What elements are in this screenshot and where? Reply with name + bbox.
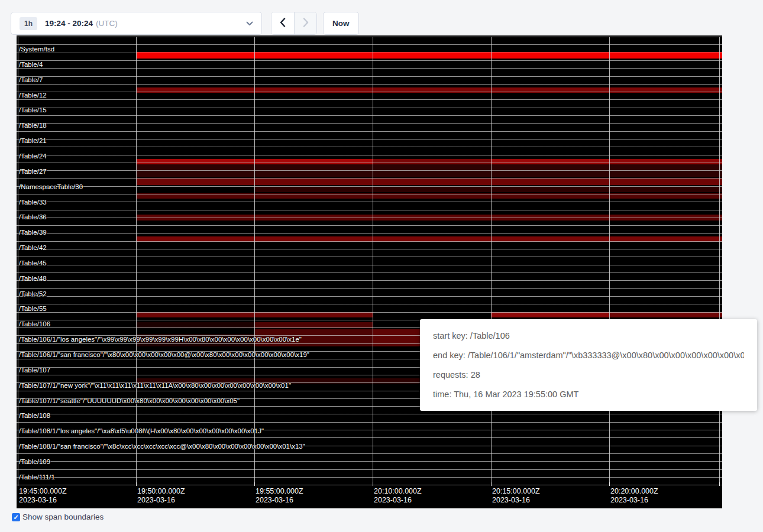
axis-tick <box>609 482 610 486</box>
row-label: /Table/12 <box>19 92 47 99</box>
tooltip-start-key: start key: /Table/106 <box>433 331 744 340</box>
heat-band <box>137 159 373 164</box>
row-label: /System/tsd <box>19 46 54 53</box>
row-label: /Table/39 <box>19 229 47 236</box>
prev-interval-button[interactable] <box>271 12 294 34</box>
axis-time-label: 19:55:00.000Z <box>256 487 303 496</box>
heat-band <box>137 52 722 59</box>
span-tooltip: start key: /Table/106 end key: /Table/10… <box>420 319 757 411</box>
key-visualizer[interactable]: /System/tsd/Table/4/Table/7/Table/12/Tab… <box>17 35 722 508</box>
heat-band <box>609 312 722 317</box>
heat-band <box>491 159 609 164</box>
row-label: /Table/36 <box>19 213 47 221</box>
next-interval-button[interactable] <box>294 12 316 34</box>
heat-band <box>137 236 722 242</box>
heat-band <box>137 87 722 93</box>
heat-band <box>254 334 373 346</box>
row-label: /Table/108/1/"los angeles"/"\xa8\xf5\u00… <box>19 427 264 435</box>
chevron-down-icon <box>246 21 253 26</box>
time-range-select[interactable]: 1h 19:24 - 20:24 (UTC) <box>11 12 262 35</box>
row-label: /Table/27 <box>19 168 47 176</box>
time-range-text: 19:24 - 20:24 <box>45 19 93 28</box>
span-boundary-lines <box>17 37 722 485</box>
row-label: /Table/4 <box>19 61 43 69</box>
heat-band <box>373 159 491 164</box>
row-label: /Table/107/1/"seattle"/"UUUUUUD\x00\x80\… <box>19 397 240 405</box>
heat-band <box>254 329 373 334</box>
heat-band <box>137 312 373 317</box>
axis-date-label: 2023-03-16 <box>492 496 530 505</box>
heat-band <box>137 179 722 185</box>
axis-tick <box>254 482 255 486</box>
time-gridline <box>609 37 610 485</box>
axis-tick <box>491 482 492 486</box>
row-label: /Table/55 <box>19 305 47 313</box>
heat-band <box>491 312 609 317</box>
axis-time-label: 20:20:00.000Z <box>610 487 658 496</box>
axis-time-label: 20:10:00.000Z <box>374 487 422 496</box>
row-label: /Table/111/1 <box>19 473 55 481</box>
time-gridline <box>373 37 373 485</box>
axis-tick <box>18 482 18 486</box>
axis-date-label: 2023-03-16 <box>256 496 293 505</box>
row-label: /Table/107 <box>19 366 50 374</box>
time-gridline <box>18 37 18 485</box>
tooltip-requests: requests: 28 <box>433 370 744 379</box>
duration-badge: 1h <box>20 17 37 30</box>
row-label: /Table/108/1/"san francisco"/"\x8c\xcc\x… <box>19 443 305 450</box>
row-label: /Table/21 <box>19 137 47 145</box>
time-gridline <box>254 37 255 485</box>
heat-band <box>137 215 722 220</box>
time-gridline <box>719 37 720 485</box>
now-button[interactable]: Now <box>323 12 359 35</box>
footer: ✓ Show span boundaries <box>12 512 104 521</box>
tooltip-end-key: end key: /Table/106/1/"amsterdam"/"\xb33… <box>433 351 744 360</box>
row-label: /Table/109 <box>19 458 50 466</box>
row-label: /Table/7 <box>19 76 43 84</box>
row-label: /Table/52 <box>19 290 47 298</box>
time-nav-group <box>271 12 317 35</box>
axis-tick <box>136 482 137 486</box>
row-label: /Table/33 <box>19 199 47 206</box>
timezone-text: (UTC) <box>96 19 118 28</box>
heat-band <box>137 322 254 328</box>
axis-date-label: 2023-03-16 <box>137 496 175 505</box>
row-label: /Table/18 <box>19 122 47 129</box>
toolbar: 1h 19:24 - 20:24 (UTC) Now <box>0 0 763 35</box>
axis-tick <box>373 482 373 486</box>
axis-time-label: 19:45:00.000Z <box>19 487 67 496</box>
time-gridline <box>136 37 137 485</box>
heat-band <box>254 187 722 192</box>
axis-date-label: 2023-03-16 <box>610 496 648 505</box>
row-label: /Table/15 <box>19 106 47 114</box>
axis-date-label: 2023-03-16 <box>19 496 57 505</box>
row-label: /Table/45 <box>19 259 47 267</box>
row-label: /Table/106 <box>19 320 50 328</box>
axis-tick <box>719 482 720 486</box>
row-label: /Table/48 <box>19 275 47 283</box>
row-label: /Table/108 <box>19 412 50 420</box>
heat-band <box>137 164 722 177</box>
axis-date-label: 2023-03-16 <box>374 496 412 505</box>
heat-band <box>137 193 722 199</box>
heat-band <box>254 322 373 328</box>
show-span-boundaries-checkbox[interactable]: ✓ <box>12 513 20 521</box>
row-label: /Table/42 <box>19 244 47 252</box>
heat-band <box>137 334 254 346</box>
axis-time-label: 19:50:00.000Z <box>137 487 185 496</box>
row-label: /Table/24 <box>19 153 47 160</box>
time-gridline <box>491 37 492 485</box>
chevron-left-icon <box>280 18 286 29</box>
axis-time-label: 20:15:00.000Z <box>492 487 540 496</box>
tooltip-time: time: Thu, 16 Mar 2023 19:55:00 GMT <box>433 390 744 399</box>
show-span-boundaries-label: Show span boundaries <box>22 512 104 521</box>
chevron-right-icon <box>303 18 309 29</box>
row-label: /Table/106/1/"san francisco"/"\x80\x00\x… <box>19 351 309 359</box>
heat-band <box>609 159 722 164</box>
row-label: /NamespaceTable/30 <box>19 183 83 191</box>
